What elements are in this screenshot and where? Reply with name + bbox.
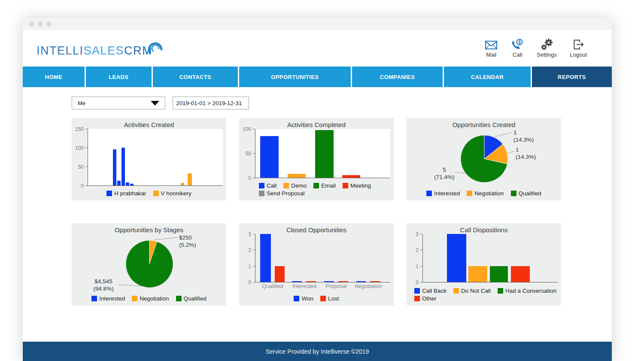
pie-callout-label: $250 [179,234,192,241]
legend-swatch [283,183,289,188]
owner-select-value: Me [78,100,85,106]
logout-label: Logout [570,52,587,58]
legend-item: Had a Conversation [498,288,556,294]
legend-swatch [320,296,326,301]
legend-item: Do Not Call [453,288,491,294]
legend-swatch [294,296,299,301]
bar [468,266,487,282]
pie-callout-label: 5 [443,167,446,173]
legend-item: Meeting [343,182,371,189]
chart-legend: Call BackDo Not CallHad a ConversationOt… [414,288,559,306]
call-label: Call [513,52,522,58]
nav-tab-contacts[interactable]: CONTACTS [153,67,238,87]
nav-tab-opportunities[interactable]: OPPORTUNITIES [239,67,351,87]
chart-title: Opportunities by Stages [72,226,226,234]
legend-swatch [259,183,264,188]
y-axis-label: 0 [416,280,419,285]
nav-tab-leads[interactable]: LEADS [86,67,152,87]
plot-area [255,129,390,178]
x-axis-label: Negotiation [355,283,382,289]
settings-button[interactable]: Settings [537,39,557,58]
window-control-dot[interactable] [46,21,52,27]
window-control-dot[interactable] [38,21,43,27]
pie-callout-label: (14.3%) [513,137,534,143]
legend-item: Interested [91,295,125,302]
y-axis-label: 50 [78,164,84,170]
chart-panel-opportunities-by-stages: Opportunities by Stages $250(5.2%)$4,545… [72,223,226,306]
legend-label: Interested [434,190,460,197]
chart-title: Opportunities Created [407,121,561,128]
legend-label: Qualified [519,190,541,197]
nav-tab-companies[interactable]: COMPANIES [352,67,443,87]
logo-text: INTELLISALESCRM [36,40,152,57]
callout-line [495,133,512,137]
bar [275,266,285,282]
chart-legend: H prabhakarV honnikery [72,190,226,200]
pie-callout-label: (71.4%) [434,174,454,180]
nav-tab-home[interactable]: HOME [23,67,85,87]
chart-panel-closed-opportunities: Closed Opportunities 0123QualifiedIntere… [239,223,394,306]
bar [113,149,116,185]
pie-callout-label: 1 [513,129,517,136]
footer-text: Service Provided by Intelliverse ©2019 [266,348,369,355]
chart-legend: InterestedNegotiationQualified [72,295,226,306]
settings-label: Settings [537,52,557,58]
chart-title: Call Dispositions [407,226,561,234]
call-icon: $ [511,39,524,50]
pie-callout-label: (5.2%) [179,242,196,248]
main-nav: HOMELEADSCONTACTSOPPORTUNITIESCOMPANIESC… [23,67,612,87]
legend-swatch [313,183,319,188]
legend-item: Call Back [414,288,447,294]
legend-label: Send Proposal [267,190,305,197]
chart-panel-activities-completed: Activities Completed 050100CallDemoEmail… [239,118,394,200]
y-axis-label: 50 [246,151,251,156]
legend-label: Call [267,182,276,189]
legend-swatch [259,191,264,196]
legend-swatch [511,191,516,196]
page: INTELLISALESCRM Mail $ Call [0,0,644,361]
logout-button[interactable]: Logout [570,39,587,58]
legend-swatch [414,288,420,294]
bar [122,148,125,185]
bar [338,281,348,282]
browser-chrome [23,18,612,30]
date-range-input[interactable] [173,97,249,109]
x-axis-label: Interested [292,283,316,289]
mail-button[interactable]: Mail [484,39,498,58]
pie-chart: 1(14.3%)1(14.3%)5(71.4%) [407,129,561,188]
app-logo[interactable]: INTELLISALESCRM [36,40,164,57]
y-axis-label: 0 [81,183,84,188]
y-axis-label: 100 [75,146,84,151]
y-axis-label: 2 [248,248,251,253]
bar [511,266,530,282]
bar [188,173,192,185]
legend-label: Interested [99,295,125,302]
legend-label: Qualified [184,295,207,302]
bar [356,281,366,282]
legend-item: H prabhakar [106,190,146,197]
call-button[interactable]: $ Call [511,39,524,58]
bar [342,175,361,178]
legend-item: Interested [426,190,460,197]
y-axis-label: 100 [243,127,251,132]
bar [324,281,334,282]
y-axis-label: 150 [75,127,84,132]
legend-label: Do Not Call [461,288,491,294]
window-control-dot[interactable] [29,21,34,27]
plot-area [88,129,223,186]
pie-chart: $250(5.2%)$4,545(94.8%) [72,234,226,294]
bar [117,181,121,185]
pie-callout-label: (14.3%) [516,154,536,160]
owner-select[interactable]: Me [72,97,165,109]
plot-area [422,234,558,282]
callout-line [154,237,178,240]
chevron-down-icon [151,101,159,106]
nav-tab-reports[interactable]: REPORTS [532,67,612,87]
chart-panel-opportunities-created: Opportunities Created 1(14.3%)1(14.3%)5(… [407,118,561,200]
bar [315,130,334,178]
bar [260,234,271,282]
nav-tab-calendar[interactable]: CALENDAR [444,67,531,87]
bar [490,266,508,282]
bar [260,136,279,178]
legend-label: Won [301,295,313,302]
